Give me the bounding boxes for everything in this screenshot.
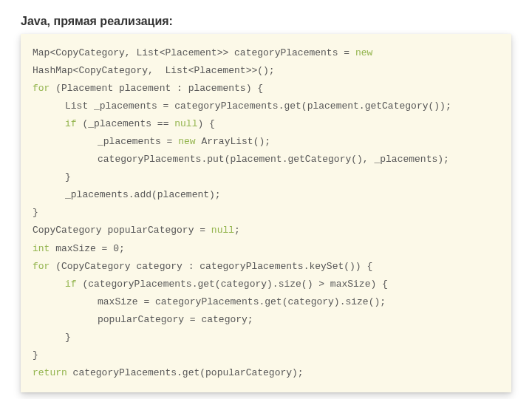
keyword-for: for — [33, 261, 50, 272]
slide-container: Java, прямая реализация: Map<CopyCategor… — [0, 0, 532, 392]
code-text: (_placements == — [77, 118, 175, 129]
code-text: (categoryPlacements.get(category).size()… — [77, 279, 388, 290]
code-block: Map<CopyCategory, List<Placement>> categ… — [21, 34, 511, 392]
code-text: (Placement placement : placements) { — [50, 83, 263, 94]
keyword-null: null — [174, 118, 197, 129]
code-text: categoryPlacements.put(placement.getCate… — [33, 151, 449, 168]
keyword-if: if — [65, 279, 77, 290]
keyword-int: int — [33, 243, 50, 254]
code-text: } — [33, 168, 71, 186]
slide-heading: Java, прямая реализация: — [21, 15, 511, 28]
code-text: popularCategory = category; — [33, 311, 253, 329]
code-text: maxSize = 0; — [50, 243, 124, 254]
code-text: _placements.add(placement); — [33, 186, 221, 204]
code-text: HashMap<CopyCategory, List<Placement>>()… — [33, 62, 499, 80]
keyword-if: if — [65, 118, 77, 129]
code-text: CopyCategory popularCategory = — [33, 225, 211, 236]
code-text: } — [33, 204, 499, 222]
keyword-null: null — [211, 225, 234, 236]
keyword-new: new — [355, 47, 372, 58]
code-text: _placements = — [98, 136, 178, 147]
code-text: ; — [234, 225, 240, 236]
code-text: List _placements = categoryPlacements.ge… — [33, 98, 451, 115]
keyword-return: return — [33, 367, 67, 378]
code-text: ArrayList(); — [196, 136, 270, 147]
code-text: ) { — [197, 118, 214, 129]
code-text: (CopyCategory category : categoryPlaceme… — [50, 261, 372, 272]
code-text: } — [33, 347, 499, 364]
code-text: Map<CopyCategory, List<Placement>> categ… — [33, 47, 355, 58]
code-text: maxSize = categoryPlacements.get(categor… — [33, 293, 386, 311]
keyword-new: new — [178, 136, 195, 147]
code-text: } — [33, 329, 71, 347]
code-text: categoryPlacements.get(popularCategory); — [67, 367, 304, 378]
keyword-for: for — [33, 83, 50, 94]
